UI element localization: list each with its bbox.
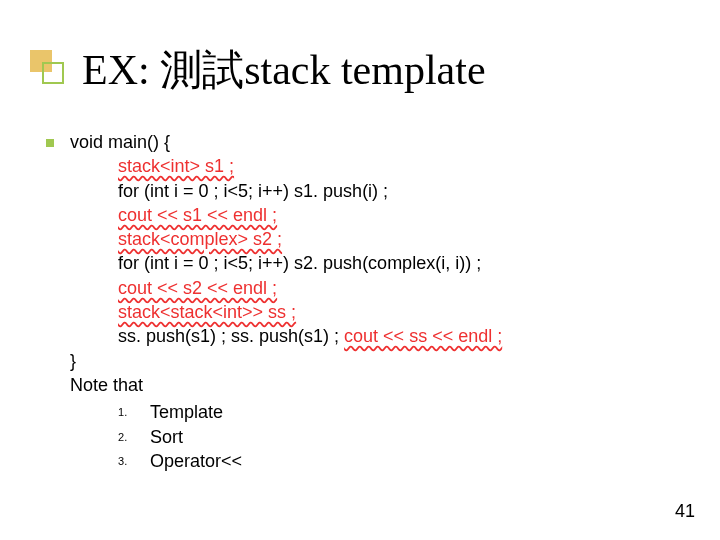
code-line-6: for (int i = 0 ; i<5; i++) s2. push(comp…: [70, 251, 680, 275]
slide-title: EX: 測試stack template: [82, 42, 486, 98]
code-line-1: void main() {: [70, 130, 680, 154]
slide: EX: 測試stack template void main() { stack…: [0, 0, 720, 540]
code-line-2: stack<int> s1 ;: [118, 156, 234, 176]
code-line-3: for (int i = 0 ; i<5; i++) s1. push(i) ;: [70, 179, 680, 203]
code-line-9a: ss. push(s1) ; ss. push(s1) ;: [118, 326, 344, 346]
page-number: 41: [675, 501, 695, 522]
note-heading: Note that: [70, 373, 680, 397]
body-text: void main() { stack<int> s1 ; for (int i…: [70, 130, 680, 473]
code-line-9b: cout << ss << endl ;: [344, 326, 502, 346]
title-bullet-icon: [30, 50, 74, 94]
note-item-1: Template: [118, 400, 680, 424]
code-line-4: cout << s1 << endl ;: [118, 205, 277, 225]
note-item-3: Operator<<: [118, 449, 680, 473]
code-line-8: stack<stack<int>> ss ;: [118, 302, 296, 322]
code-line-5: stack<complex> s2 ;: [118, 229, 282, 249]
note-list: Template Sort Operator<<: [118, 400, 680, 473]
title-region: EX: 測試stack template: [30, 50, 690, 106]
code-line-7: cout << s2 << endl ;: [118, 278, 277, 298]
body-bullet-icon: [46, 139, 54, 147]
note-item-2: Sort: [118, 425, 680, 449]
code-line-10: }: [70, 349, 680, 373]
